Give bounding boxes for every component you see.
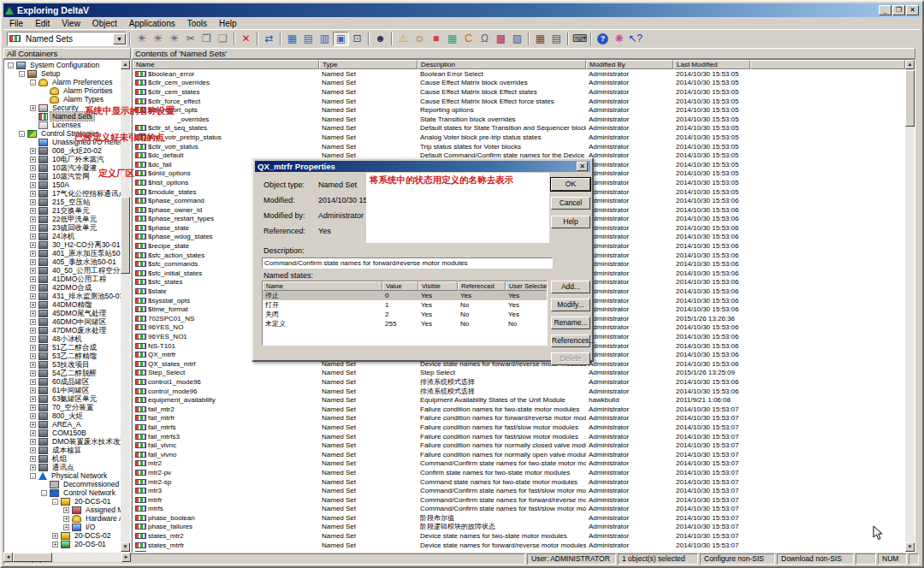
column-header-spacer[interactable] — [750, 60, 905, 69]
keyboard-button[interactable]: ⌨ — [572, 32, 588, 46]
scroll-up-icon[interactable]: ▲ — [905, 60, 915, 69]
column-header-description[interactable]: Description — [418, 60, 586, 69]
grid-red-button[interactable]: ▩ — [493, 32, 509, 46]
print-preview-button[interactable]: ⊡ — [349, 32, 365, 46]
tree-item[interactable]: +30_H2-CO分离30-01 — [4, 240, 121, 249]
help-button[interactable]: ? — [595, 32, 611, 46]
tree-scroll-thumb[interactable] — [121, 197, 130, 274]
paste-button[interactable]: ❏ — [215, 32, 231, 46]
expand-toggle-icon[interactable]: + — [30, 191, 36, 197]
table-row[interactable]: mtrfrNamed SetCommand/Confirm state name… — [133, 495, 905, 505]
expand-toggle-icon[interactable]: + — [30, 242, 36, 248]
expand-toggle-icon[interactable]: + — [30, 456, 36, 462]
update-download-button[interactable]: ⇄ — [261, 32, 277, 46]
scroll-up-icon[interactable]: ▲ — [121, 60, 130, 69]
title-bar[interactable]: Exploring DeltaV _ ❐ ✕ — [3, 3, 921, 17]
tree-item[interactable]: +150A — [4, 180, 121, 189]
scroll-down-icon[interactable]: ▼ — [905, 542, 915, 552]
states-column-name[interactable]: Name — [263, 281, 382, 291]
expand-toggle-icon[interactable]: - — [8, 62, 14, 68]
tree-horizontal-scrollbar[interactable]: ◄ ► — [3, 553, 131, 562]
tree-item[interactable]: +44DMO精馏 — [4, 300, 121, 309]
expand-toggle-icon[interactable]: + — [30, 199, 36, 205]
table-row[interactable]: control_mode96Named Set排渣系统模式选择Administr… — [133, 387, 905, 396]
table-row[interactable]: fail_mtrfsNamed SetFailure condition nam… — [133, 423, 905, 432]
expand-toggle-icon[interactable]: + — [30, 302, 36, 308]
details-view-button[interactable]: ▣ — [333, 32, 349, 46]
ok-button[interactable]: OK — [551, 178, 590, 191]
tree-item[interactable]: +COM150B — [4, 429, 121, 437]
grid-blue-button[interactable]: ▨ — [509, 32, 525, 46]
expand-toggle-icon[interactable]: + — [63, 507, 69, 513]
scroll-right-icon[interactable]: ► — [121, 553, 131, 562]
expand-toggle-icon[interactable]: + — [30, 439, 36, 445]
user-assign-button[interactable]: ☺ — [412, 32, 428, 46]
table-row[interactable]: $ctlr_force_effectNamed SetCause Effect … — [133, 97, 905, 106]
copy-button[interactable]: ❐ — [198, 32, 215, 46]
expand-toggle-icon[interactable]: + — [30, 328, 36, 334]
tree-item[interactable]: +通讯点 — [4, 463, 121, 471]
picture-button[interactable]: ▦ — [444, 32, 460, 46]
references-button[interactable]: References... — [551, 334, 590, 347]
tree-item[interactable]: +42DMO合成 — [4, 283, 121, 292]
tree-item[interactable]: +405_事故水池50-01 — [4, 257, 121, 266]
named-states-table[interactable]: NameValueVisibleReferencedUser Selectabl… — [262, 281, 548, 346]
table-row[interactable]: fail_mtrfrNamed SetFailure condition nam… — [133, 414, 905, 423]
menu-item-view[interactable]: View — [56, 19, 86, 28]
tree-item[interactable]: +53技改项目 — [4, 360, 121, 369]
tree-item[interactable]: +51乙二醇合成 — [4, 343, 121, 352]
expand-toggle-icon[interactable]: + — [30, 370, 36, 376]
tree-item[interactable]: +10电厂外来蒸汽 — [4, 155, 121, 163]
tree-item[interactable]: +DMO装置废水技术改造 — [4, 437, 121, 446]
tree-item[interactable]: +61中间罐区 — [4, 386, 121, 394]
expand-toggle-icon[interactable]: + — [30, 388, 36, 393]
expand-toggle-icon[interactable]: + — [30, 336, 36, 342]
list-vertical-scrollbar[interactable]: ▲ ▼ — [905, 60, 915, 552]
column-header-modified-by[interactable]: Modified By — [586, 60, 673, 69]
table-row[interactable]: $ctlr_cem_statesNamed SetCause Effect Ma… — [133, 87, 905, 97]
expand-toggle-icon[interactable]: + — [30, 225, 36, 231]
menu-item-help[interactable]: Help — [213, 19, 243, 28]
expand-toggle-icon[interactable]: + — [52, 533, 58, 539]
table-row[interactable]: fail_mtrfs3Named SetFailure condition na… — [133, 432, 905, 441]
column-header-type[interactable]: Type — [319, 60, 418, 69]
tree-item[interactable]: +机组 — [4, 454, 121, 463]
table-row[interactable]: $ctlr_cem_overridesNamed SetCause Effect… — [133, 79, 905, 88]
tree-item[interactable]: -20-DCS-01 — [4, 497, 121, 506]
tree-item[interactable]: +800_火炬 — [4, 411, 121, 420]
tree-item[interactable]: +70_空分装置 — [4, 403, 121, 411]
expand-toggle-icon[interactable]: + — [30, 464, 36, 470]
table-row[interactable]: Step_SelectNamed SetStep SelectAdministr… — [133, 369, 905, 378]
expand-toggle-icon[interactable]: + — [30, 345, 36, 351]
table-row[interactable]: fail_mtr2Named SetFailure condition name… — [133, 405, 905, 414]
tree-item[interactable]: +I/O — [4, 523, 121, 531]
expand-toggle-icon[interactable]: + — [30, 293, 36, 299]
tree-item[interactable]: +成本核算 — [4, 446, 121, 454]
table-row[interactable]: $boolean_errorNamed SetBoolean Error Sel… — [133, 69, 905, 79]
expand-toggle-icon[interactable]: + — [30, 276, 36, 282]
tree-item[interactable]: +60成品罐区 — [4, 377, 121, 386]
user-manager-button[interactable]: ☻ — [372, 32, 388, 46]
state-row[interactable]: 停止0YesYesYes — [263, 291, 547, 300]
expand-toggle-icon[interactable]: - — [41, 490, 47, 496]
table-row[interactable]: mtr2-pvNamed SetConfirm state names for … — [133, 468, 905, 477]
tree-item[interactable]: Licenses — [4, 121, 121, 129]
large-buttons-view-icon[interactable]: ▦ — [284, 32, 300, 46]
tree-item[interactable]: +20-OS-01 — [4, 540, 121, 548]
states-column-user-selectable[interactable]: User Selectable — [506, 281, 548, 291]
tree-item[interactable]: +008_火炬20-02 — [4, 146, 121, 155]
expand-toggle-icon[interactable]: + — [30, 362, 36, 368]
tree-item[interactable]: +48小冰机 — [4, 334, 121, 343]
tree-hscroll-thumb[interactable] — [13, 553, 52, 562]
dialog-title-bar[interactable]: QX_mtrfr Properties ✕ — [255, 161, 590, 172]
scroll-left-icon[interactable]: ◄ — [3, 553, 13, 562]
tree-item[interactable]: +47DMO废水处理 — [4, 326, 121, 334]
expand-toggle-icon[interactable]: + — [30, 165, 36, 171]
tree-item[interactable]: +431_排水监测池50-03 — [4, 292, 121, 300]
expand-toggle-icon[interactable]: + — [30, 422, 36, 428]
expand-toggle-icon[interactable]: + — [30, 157, 36, 163]
help-button[interactable]: Help — [551, 216, 590, 228]
expand-toggle-icon[interactable]: + — [30, 311, 36, 317]
expand-toggle-icon[interactable]: - — [19, 131, 25, 137]
tree-item[interactable]: +40_50_公用工程空分部分 — [4, 266, 121, 275]
